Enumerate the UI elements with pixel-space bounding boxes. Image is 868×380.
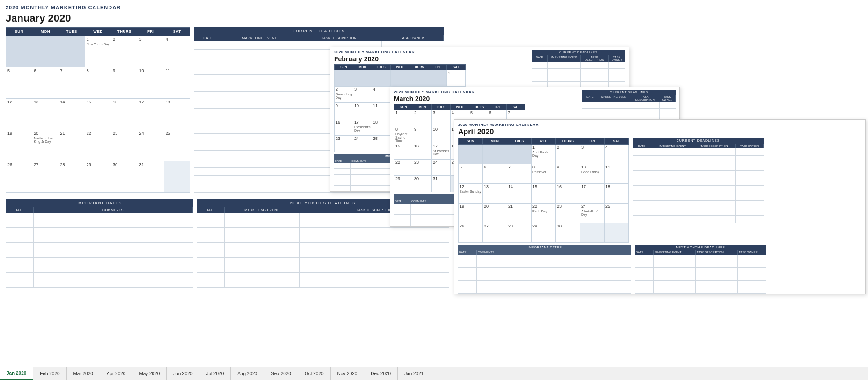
table-cell: [334, 169, 350, 174]
table-row: [633, 186, 764, 193]
calendar-cell: [372, 70, 391, 87]
table-row: [6, 273, 193, 280]
table-cell: [633, 208, 651, 215]
calendar-cell: 13: [483, 184, 507, 204]
day-number: 7: [508, 110, 524, 115]
table-cell: [738, 268, 738, 274]
calendar-cell: 17President's Day: [353, 119, 372, 136]
apr-next-task: TASK DESCRIPTION: [696, 250, 738, 255]
table-row: [458, 274, 631, 281]
feb-imp-date: DATE: [334, 159, 350, 163]
table-cell: [598, 102, 631, 108]
day-number: 4: [373, 87, 389, 92]
mar-owner-col: TASK OWNER: [659, 95, 676, 102]
table-cell: [633, 193, 651, 200]
table-cell: [410, 209, 411, 214]
table-cell: [651, 148, 693, 155]
table-cell: [194, 41, 222, 49]
col-wed: WED: [85, 28, 111, 36]
table-cell: [548, 75, 581, 81]
table-cell: [222, 109, 297, 117]
tab-jul-2020[interactable]: Jul 2020: [199, 367, 231, 380]
mar-mkt-col: MARKETING EVENT: [598, 95, 631, 102]
table-cell: [693, 208, 736, 215]
table-cell: [738, 281, 738, 287]
apr-col-wed: WED: [532, 138, 556, 145]
table-cell: [659, 102, 660, 108]
feb-col-hdrs: DATE MARKETING EVENT TASK DESCRIPTION TA…: [532, 55, 625, 62]
imp-dates-header: IMPORTANT DATES: [6, 199, 193, 207]
day-number: 30: [113, 162, 136, 167]
mar-dl-header: CURRENT DEADLINES: [582, 90, 676, 95]
tab-jun-2020[interactable]: Jun 2020: [167, 367, 199, 380]
mar-col-tues: TUES: [432, 104, 451, 110]
table-cell: [693, 171, 736, 178]
tab-oct-2020[interactable]: Oct 2020: [298, 367, 331, 380]
day-number: 16: [557, 184, 579, 189]
table-cell: [194, 50, 222, 58]
calendar-cell: 7: [507, 164, 532, 184]
calendar-cell: 16: [413, 143, 432, 160]
day-number: 1: [448, 71, 464, 75]
table-cell: [548, 69, 581, 75]
table-cell: [736, 178, 736, 185]
tab-jan-2020[interactable]: Jan 2020: [0, 367, 33, 380]
apr-sheet: 2020 MONTHLY MARKETING CALENDAR April 20…: [454, 119, 866, 294]
calendar-cell: 17: [580, 184, 605, 204]
calendar-cell: 9: [556, 164, 580, 184]
table-row: [635, 287, 766, 294]
table-cell: [738, 261, 738, 267]
calendar-cell: 5: [459, 164, 483, 184]
table-row: [633, 193, 764, 201]
table-cell: [736, 201, 736, 208]
table-cell: [394, 215, 410, 220]
day-number: 6: [34, 68, 57, 73]
tab-feb-2020[interactable]: Feb 2020: [33, 367, 66, 380]
calendar-cell: [483, 145, 507, 164]
table-cell: [6, 235, 34, 242]
day-number: 16: [414, 144, 430, 148]
table-cell: [197, 280, 225, 287]
tab-mar-2020[interactable]: Mar 2020: [67, 367, 100, 380]
col-sun: SUN: [6, 28, 32, 36]
calendar-cell: 31: [138, 161, 164, 193]
calendar-cell: 5: [6, 67, 32, 99]
tab-dec-2020[interactable]: Dec 2020: [364, 367, 398, 380]
mar-task-col: TASK DESCRIPTION: [631, 95, 659, 102]
table-cell: [458, 255, 477, 261]
table-cell: [633, 148, 651, 155]
calendar-cell: 14: [507, 184, 532, 204]
table-cell: [299, 235, 300, 242]
apr-col-hdrs: DATE MARKETING EVENT TASK DESCRIPTION TA…: [633, 144, 764, 148]
table-row: [633, 178, 764, 186]
calendar-cell: 20Martin Luther King Jr Day: [32, 130, 58, 161]
holiday-label: Earth Day: [532, 210, 554, 213]
tab-may-2020[interactable]: May 2020: [132, 367, 167, 380]
calendar-cell: 3: [580, 145, 605, 164]
table-cell: [350, 163, 351, 168]
apr-col-sun: SUN: [459, 138, 483, 145]
table-cell: [635, 255, 654, 261]
day-number: 16: [113, 100, 136, 104]
calendar-cell: 1: [394, 110, 413, 126]
table-cell: [633, 216, 651, 223]
tab-nov-2020[interactable]: Nov 2020: [331, 367, 365, 380]
tab-aug-2020[interactable]: Aug 2020: [231, 367, 264, 380]
calendar-cell: 10: [353, 103, 372, 119]
calendar-cell: [32, 36, 58, 67]
day-number: 14: [60, 100, 83, 104]
table-cell: [736, 193, 736, 200]
table-cell: [532, 75, 548, 81]
table-cell: [194, 109, 222, 117]
tab-jan-2021[interactable]: Jan 2021: [398, 367, 430, 380]
calendar-cell: 19: [6, 130, 32, 161]
table-row: [635, 268, 766, 274]
tab-sep-2020[interactable]: Sep 2020: [264, 367, 298, 380]
day-number: 27: [484, 224, 506, 228]
calendar-cell: [335, 70, 353, 87]
apr-col-sat: SAT: [605, 138, 629, 145]
table-cell: [197, 258, 225, 265]
calendar-cell: 12: [6, 99, 32, 130]
table-cell: [334, 175, 350, 180]
tab-apr-2020[interactable]: Apr 2020: [100, 367, 133, 380]
